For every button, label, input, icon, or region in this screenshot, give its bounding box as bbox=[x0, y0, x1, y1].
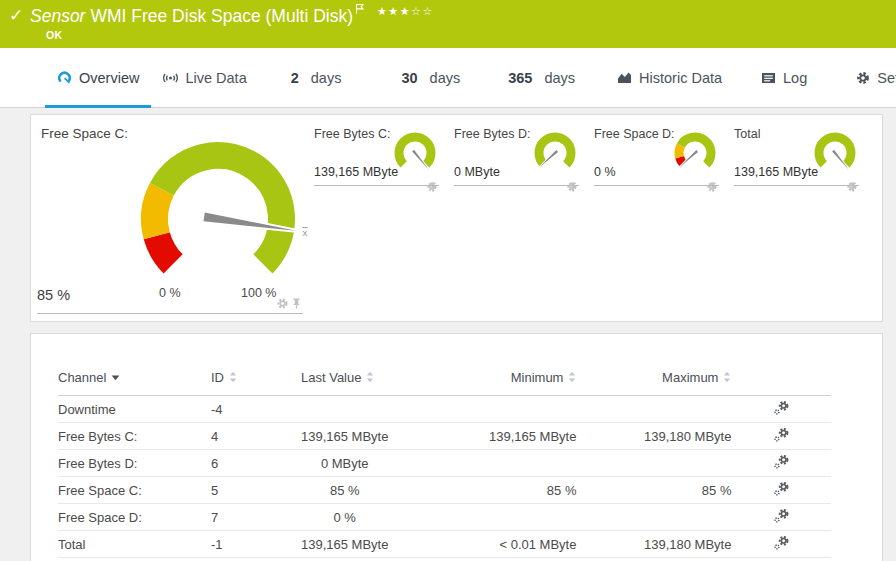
channel-minimum: < 0.01 MByte bbox=[388, 531, 581, 558]
tab-live-data[interactable]: Live Data bbox=[151, 48, 258, 107]
channel-table: Channel ID Last Value Minimum Maximum Do… bbox=[58, 366, 831, 558]
tab-label: Log bbox=[783, 70, 807, 86]
channel-id: 5 bbox=[211, 477, 301, 504]
edit-channel-gears-icon[interactable] bbox=[773, 454, 789, 470]
sensor-name: WMI Free Disk Space (Multi Disk) bbox=[90, 6, 353, 26]
sort-icon bbox=[723, 371, 731, 383]
channel-maximum: 139,180 MByte bbox=[581, 531, 736, 558]
mini-gauge-value: 0 MByte bbox=[454, 165, 500, 179]
mini-gauge-cell-free-bytes-c: Free Bytes C: 139,165 MByte bbox=[314, 123, 439, 189]
channel-maximum: 85 % bbox=[581, 477, 736, 504]
table-row: Downtime -4 bbox=[58, 396, 831, 423]
column-header-maximum[interactable]: Maximum bbox=[581, 366, 736, 396]
sort-icon bbox=[568, 371, 576, 383]
table-row: Free Bytes D: 6 0 MByte bbox=[58, 450, 831, 477]
sort-desc-icon bbox=[111, 374, 120, 381]
gauge-divider bbox=[734, 185, 859, 186]
sensor-kind-label: Sensor bbox=[30, 6, 85, 26]
channel-name: Free Space C: bbox=[58, 477, 211, 504]
gauge-divider bbox=[37, 313, 303, 314]
tab-label: days bbox=[311, 70, 342, 86]
table-row: Total -1 139,165 MByte < 0.01 MByte 139,… bbox=[58, 531, 831, 558]
tab-settings[interactable]: Settings bbox=[844, 48, 896, 107]
mini-gauge[interactable] bbox=[391, 132, 439, 178]
tab-30-days[interactable]: 30days bbox=[389, 48, 472, 107]
mini-gauge-value: 139,165 MByte bbox=[734, 165, 818, 179]
channel-id: 7 bbox=[211, 504, 301, 531]
tab-bar: Overview Live Data 2days 30days 365days … bbox=[0, 48, 896, 108]
tab-day-count: 2 bbox=[291, 70, 299, 86]
channel-name: Free Bytes D: bbox=[58, 450, 211, 477]
status-badge: OK bbox=[46, 29, 62, 41]
table-row: Free Bytes C: 4 139,165 MByte 139,165 MB… bbox=[58, 423, 831, 450]
gear-icon bbox=[856, 71, 870, 85]
mini-gauge-title: Total bbox=[734, 127, 760, 141]
column-header-settings bbox=[736, 366, 831, 396]
column-header-channel[interactable]: Channel bbox=[58, 366, 211, 396]
tab-overview[interactable]: Overview bbox=[45, 48, 151, 107]
main-gauge-value: 85 % bbox=[37, 287, 70, 303]
table-row: Free Space D: 7 0 % bbox=[58, 504, 831, 531]
edit-channel-gears-icon[interactable] bbox=[773, 481, 789, 497]
column-header-minimum[interactable]: Minimum bbox=[388, 366, 581, 396]
mini-gauge-cell-total: Total 139,165 MByte bbox=[734, 123, 859, 189]
page-title: SensorWMI Free Disk Space (Multi Disk)★★… bbox=[30, 4, 434, 27]
gauges-panel: Free Space C: x 0 % 100 % 85 % Free Byte… bbox=[30, 114, 883, 322]
gauge-pin-icon[interactable] bbox=[292, 298, 301, 309]
tab-label: days bbox=[544, 70, 575, 86]
mini-gauge-title: Free Bytes D: bbox=[454, 127, 530, 141]
mini-gauge[interactable] bbox=[531, 132, 579, 178]
channel-minimum bbox=[388, 450, 581, 477]
column-header-last-value[interactable]: Last Value bbox=[301, 366, 388, 396]
edit-channel-gears-icon[interactable] bbox=[773, 535, 789, 551]
tab-log[interactable]: Log bbox=[749, 48, 819, 107]
channel-name: Free Space D: bbox=[58, 504, 211, 531]
sort-icon bbox=[229, 371, 237, 383]
channel-id: 4 bbox=[211, 423, 301, 450]
mini-gauge[interactable] bbox=[811, 132, 859, 178]
tab-historic-data[interactable]: Historic Data bbox=[605, 48, 734, 107]
tab-label: Settings bbox=[877, 70, 896, 86]
tab-label: Overview bbox=[79, 70, 139, 86]
mini-gauge-title: Free Bytes C: bbox=[314, 127, 390, 141]
priority-stars[interactable]: ★★★☆☆ bbox=[377, 5, 434, 18]
gauge-scale-min: 0 % bbox=[159, 286, 181, 300]
channel-minimum: 139,165 MByte bbox=[388, 423, 581, 450]
tab-2-days[interactable]: 2days bbox=[279, 48, 354, 107]
channel-maximum bbox=[581, 396, 736, 423]
channel-minimum bbox=[388, 396, 581, 423]
tab-day-count: 30 bbox=[401, 70, 417, 86]
broadcast-icon bbox=[163, 72, 178, 84]
gauge-divider bbox=[454, 185, 579, 186]
mini-gauge[interactable] bbox=[671, 132, 719, 178]
column-header-id[interactable]: ID bbox=[211, 366, 301, 396]
edit-channel-gears-icon[interactable] bbox=[773, 508, 789, 524]
mini-gauge-cell-free-space-d: Free Space D: 0 % bbox=[594, 123, 719, 189]
tab-day-count: 365 bbox=[508, 70, 532, 86]
sort-icon bbox=[366, 371, 374, 383]
channel-minimum bbox=[388, 504, 581, 531]
tab-label: Historic Data bbox=[639, 70, 722, 86]
mini-gauge-value: 0 % bbox=[594, 165, 616, 179]
svg-text:x: x bbox=[302, 228, 308, 238]
edit-channel-gears-icon[interactable] bbox=[773, 400, 789, 416]
channel-last-value: 139,165 MByte bbox=[301, 531, 388, 558]
stars-empty: ☆☆ bbox=[411, 5, 434, 18]
area-chart-icon bbox=[617, 71, 632, 84]
ok-check-icon: ✓ bbox=[9, 5, 23, 25]
channel-maximum bbox=[581, 450, 736, 477]
channel-maximum bbox=[581, 504, 736, 531]
channel-minimum: 85 % bbox=[388, 477, 581, 504]
channels-panel: Channel ID Last Value Minimum Maximum Do… bbox=[30, 333, 883, 561]
channel-id: -4 bbox=[211, 396, 301, 423]
tab-365-days[interactable]: 365days bbox=[496, 48, 587, 107]
edit-channel-gears-icon[interactable] bbox=[773, 427, 789, 443]
table-row: Free Space C: 5 85 % 85 % 85 % bbox=[58, 477, 831, 504]
prtg-sensor-page: ✓ SensorWMI Free Disk Space (Multi Disk)… bbox=[0, 0, 896, 561]
gauge-settings-gear-icon[interactable] bbox=[277, 298, 288, 309]
channel-last-value: 85 % bbox=[301, 477, 388, 504]
priority-flag-icon[interactable] bbox=[356, 4, 365, 15]
main-gauge[interactable]: x bbox=[128, 127, 328, 309]
gauge-divider bbox=[314, 185, 439, 186]
sensor-status-bar: ✓ SensorWMI Free Disk Space (Multi Disk)… bbox=[0, 0, 896, 48]
